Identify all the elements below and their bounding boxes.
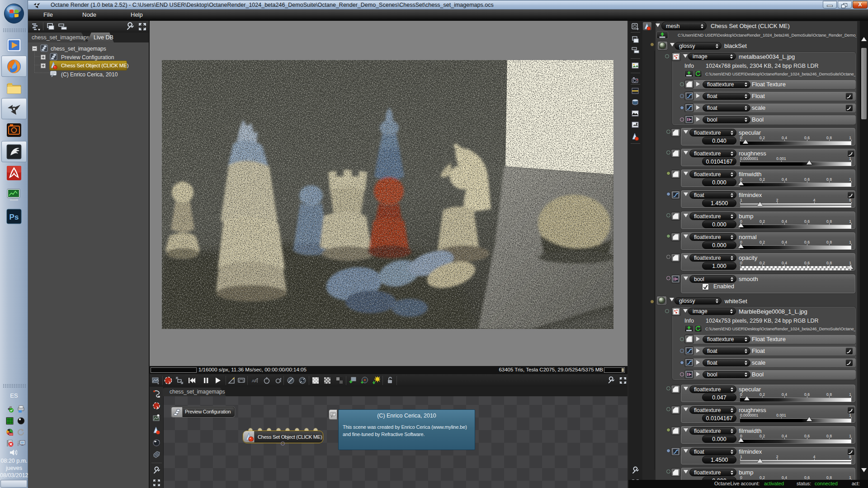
svg-text:Ps: Ps [9, 213, 19, 221]
svg-text:AF: AF [252, 379, 257, 383]
